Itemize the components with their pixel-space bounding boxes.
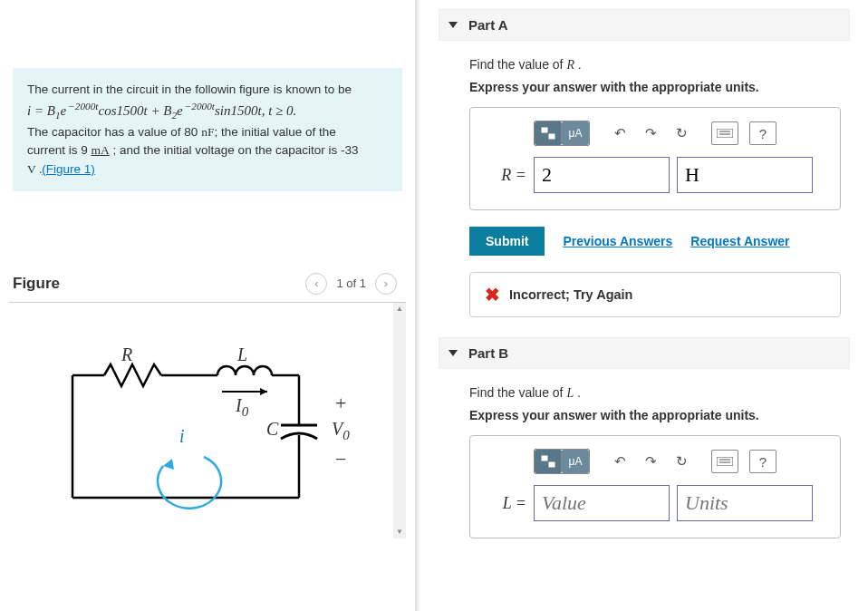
undo-button[interactable]: ↶ — [606, 121, 633, 145]
problem-line1: The current in the circuit in the follow… — [27, 82, 352, 96]
keyboard-button[interactable] — [711, 121, 738, 145]
part-a-units-prompt: Express your answer with the appropriate… — [469, 80, 841, 94]
circuit-diagram: R L I0 i C V0 + − — [63, 348, 390, 520]
help-button[interactable]: ? — [749, 121, 776, 145]
problem-statement: The current in the circuit in the follow… — [13, 68, 402, 191]
redo-button[interactable]: ↷ — [637, 121, 664, 145]
label-plus: + — [335, 392, 346, 415]
part-a: Part A Find the value of R . Express you… — [439, 9, 850, 326]
problem-line2b: ; the initial value of the — [214, 125, 335, 139]
figure-counter: 1 of 1 — [336, 276, 366, 290]
part-b-answer-label: L = — [487, 494, 526, 513]
figure-header: Figure ‹ 1 of 1 › — [9, 273, 406, 303]
figure-nav: ‹ 1 of 1 › — [305, 273, 397, 295]
reset-button[interactable]: ↻ — [668, 121, 695, 145]
cap-unit: nF — [201, 125, 214, 139]
collapse-icon — [448, 350, 458, 356]
scroll-up-icon: ▲ — [393, 303, 406, 315]
part-a-value-input[interactable] — [534, 157, 670, 193]
label-C: C — [266, 419, 278, 440]
problem-equation: i = B1e−2000tcos1500t + B2e−2000tsin1500… — [27, 103, 296, 118]
figure-next-button[interactable]: › — [375, 273, 397, 295]
problem-line2a: The capacitor has a value of 80 — [27, 125, 201, 139]
units-button[interactable]: μA — [562, 450, 589, 473]
label-minus: − — [335, 448, 346, 471]
part-b-prompt: Find the value of L . — [469, 385, 841, 401]
part-b-toolbar: μA ↶ ↷ ↻ ? — [487, 449, 824, 474]
part-a-title: Part A — [468, 17, 508, 33]
svg-rect-13 — [717, 129, 733, 138]
part-a-submit-button[interactable]: Submit — [469, 227, 545, 256]
svg-rect-11 — [542, 128, 547, 132]
part-a-toolbar: μA ↶ ↷ ↻ ? — [487, 121, 824, 146]
part-b-units-input[interactable] — [677, 485, 813, 521]
svg-marker-10 — [163, 459, 174, 470]
part-b-value-input[interactable] — [534, 485, 670, 521]
part-b-answer-box: μA ↶ ↷ ↻ ? L = — [469, 435, 841, 538]
part-a-prompt: Find the value of R . — [469, 57, 841, 73]
units-button[interactable]: μA — [562, 121, 589, 145]
figure-section: Figure ‹ 1 of 1 › ▲ ▼ — [9, 273, 406, 548]
label-V0: V0 — [332, 419, 350, 443]
label-I0: I0 — [236, 395, 248, 420]
reset-button[interactable]: ↻ — [668, 450, 695, 473]
keyboard-button[interactable] — [711, 450, 738, 473]
svg-rect-18 — [717, 457, 733, 466]
left-panel: The current in the circuit in the follow… — [0, 0, 415, 611]
part-b-title: Part B — [468, 345, 508, 361]
collapse-icon — [448, 22, 458, 28]
undo-button[interactable]: ↶ — [606, 450, 633, 473]
label-i: i — [179, 426, 185, 447]
cur-unit: mA — [92, 143, 110, 157]
templates-button[interactable] — [535, 121, 562, 145]
part-a-units-input[interactable] — [677, 157, 813, 193]
request-answer-link[interactable]: Request Answer — [690, 234, 789, 248]
figure-body: ▲ ▼ — [9, 303, 406, 548]
svg-rect-12 — [549, 134, 555, 139]
label-R: R — [121, 344, 132, 365]
part-b-header[interactable]: Part B — [439, 337, 850, 369]
problem-line4a: V . — [27, 162, 42, 176]
svg-rect-17 — [549, 462, 555, 467]
figure-title: Figure — [13, 275, 60, 293]
problem-line3a: current is 9 — [27, 143, 92, 157]
figure-scrollbar[interactable]: ▲ ▼ — [393, 303, 406, 538]
part-b: Part B Find the value of L . Express you… — [439, 337, 850, 548]
previous-answers-link[interactable]: Previous Answers — [563, 234, 672, 248]
feedback-text: Incorrect; Try Again — [509, 287, 632, 302]
figure-prev-button[interactable]: ‹ — [305, 273, 327, 295]
part-a-header[interactable]: Part A — [439, 9, 850, 41]
redo-button[interactable]: ↷ — [637, 450, 664, 473]
incorrect-icon: ✖ — [485, 284, 500, 306]
templates-button[interactable] — [535, 450, 562, 473]
scroll-down-icon: ▼ — [393, 526, 406, 538]
svg-rect-16 — [542, 456, 547, 461]
part-a-answer-box: μA ↶ ↷ ↻ ? R = — [469, 107, 841, 210]
svg-marker-4 — [260, 388, 267, 395]
part-a-feedback: ✖ Incorrect; Try Again — [469, 272, 841, 317]
right-panel: Part A Find the value of R . Express you… — [420, 0, 868, 611]
problem-line3b: ; and the initial voltage on the capacit… — [110, 143, 359, 157]
part-a-answer-label: R = — [487, 166, 526, 185]
help-button[interactable]: ? — [749, 450, 776, 473]
figure-link[interactable]: (Figure 1) — [42, 162, 95, 176]
part-b-units-prompt: Express your answer with the appropriate… — [469, 408, 841, 422]
label-L: L — [237, 344, 247, 365]
